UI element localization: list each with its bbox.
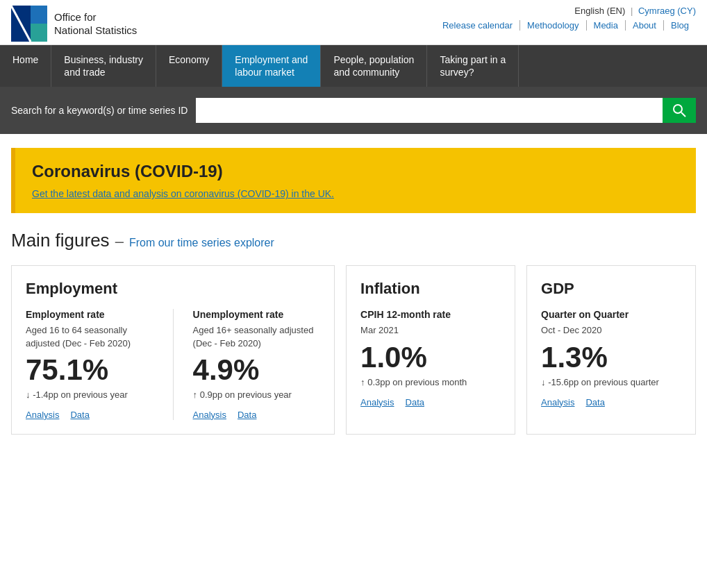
unemployment-rate-links: Analysis Data — [193, 410, 321, 420]
svg-marker-3 — [31, 24, 47, 42]
gdp-stat-block: Quarter on Quarter Oct - Dec 2020 1.3% ↓… — [541, 309, 681, 407]
inflation-stat-block: CPIH 12-month rate Mar 2021 1.0% ↑ 0.3pp… — [360, 309, 501, 407]
nav-methodology[interactable]: Methodology — [520, 20, 586, 31]
svg-marker-2 — [31, 6, 47, 24]
search-button[interactable] — [663, 98, 696, 123]
lang-bar: English (EN) | Cymraeg (CY) — [435, 6, 696, 16]
gdp-card: GDP Quarter on Quarter Oct - Dec 2020 1.… — [526, 265, 696, 435]
search-input-wrap — [196, 98, 696, 123]
lang-en: English (EN) — [574, 6, 625, 16]
nav-employment[interactable]: Employment and labour market — [222, 45, 321, 87]
unemployment-rate-label: Unemployment rate — [193, 309, 321, 320]
nav-blog[interactable]: Blog — [664, 20, 696, 31]
employment-rate-arrow: ↓ — [26, 389, 31, 400]
top-bar: Office for National Statistics English (… — [0, 0, 707, 45]
logo-area: Office for National Statistics — [11, 6, 137, 42]
covid-title: Coronavirus (COVID-19) — [32, 162, 679, 181]
heading-dash: – — [115, 233, 124, 251]
employment-card: Employment Employment rate Aged 16 to 64… — [11, 265, 335, 435]
nav-survey[interactable]: Taking part in a survey? — [427, 45, 519, 87]
card-divider — [173, 309, 174, 420]
inflation-analysis-link[interactable]: Analysis — [360, 397, 394, 408]
unemployment-rate-sub: Aged 16+ seasonally adjusted (Dec - Feb … — [193, 324, 321, 349]
employment-rate-label: Employment rate — [26, 309, 153, 320]
inflation-data-link[interactable]: Data — [406, 397, 424, 408]
nav-release-calendar[interactable]: Release calendar — [435, 20, 520, 31]
main-figures-title: Main figures — [11, 230, 110, 251]
employment-rate-value: 75.1% — [26, 355, 153, 385]
svg-point-5 — [674, 105, 682, 113]
main-figures-heading: Main figures – From our time series expl… — [11, 230, 696, 251]
gdp-rate-value: 1.3% — [541, 343, 681, 372]
search-input[interactable] — [196, 98, 663, 123]
employment-card-title: Employment — [26, 280, 320, 298]
header-nav-links: Release calendar Methodology Media About… — [435, 20, 696, 31]
top-right: English (EN) | Cymraeg (CY) Release cale… — [435, 6, 696, 31]
nav-economy[interactable]: Economy — [156, 45, 222, 87]
nav-people[interactable]: People, population and community — [321, 45, 427, 87]
gdp-card-title: GDP — [541, 280, 681, 298]
gdp-analysis-link[interactable]: Analysis — [541, 397, 574, 408]
employment-rate-block: Employment rate Aged 16 to 64 seasonally… — [26, 309, 153, 420]
time-series-link[interactable]: From our time series explorer — [129, 237, 274, 249]
gdp-rate-sub: Oct - Dec 2020 — [541, 324, 681, 337]
cards-row: Employment Employment rate Aged 16 to 64… — [11, 265, 696, 435]
employment-rate-sub: Aged 16 to 64 seasonally adjusted (Dec -… — [26, 324, 153, 349]
unemployment-rate-block: Unemployment rate Aged 16+ seasonally ad… — [193, 309, 321, 420]
unemployment-rate-change-text: 0.9pp on previous year — [200, 389, 292, 400]
unemployment-rate-value: 4.9% — [193, 355, 321, 385]
employment-rate-change: ↓ -1.4pp on previous year — [26, 389, 153, 401]
nav-about[interactable]: About — [626, 20, 664, 31]
lang-separator: | — [631, 6, 633, 16]
logo-text: Office for National Statistics — [54, 10, 137, 37]
ons-logo-icon — [11, 6, 47, 42]
gdp-rate-change-text: -15.6pp on previous quarter — [548, 377, 659, 387]
inflation-rate-sub: Mar 2021 — [360, 324, 501, 337]
inflation-rate-value: 1.0% — [360, 343, 501, 372]
gdp-data-link[interactable]: Data — [585, 397, 604, 408]
main-nav: Home Business, industry and trade Econom… — [0, 45, 707, 87]
employment-rate-links: Analysis Data — [26, 410, 153, 420]
inflation-card: Inflation CPIH 12-month rate Mar 2021 1.… — [346, 265, 515, 435]
employment-rate-analysis-link[interactable]: Analysis — [26, 410, 59, 420]
gdp-rate-label: Quarter on Quarter — [541, 309, 681, 320]
gdp-rate-change: ↓ -15.6pp on previous quarter — [541, 376, 681, 389]
inflation-rate-arrow: ↑ — [360, 377, 365, 387]
covid-link[interactable]: Get the latest data and analysis on coro… — [32, 188, 334, 199]
inflation-rate-label: CPIH 12-month rate — [360, 309, 501, 320]
svg-line-6 — [681, 112, 685, 117]
employment-card-inner: Employment rate Aged 16 to 64 seasonally… — [26, 309, 320, 420]
unemployment-rate-analysis-link[interactable]: Analysis — [193, 410, 226, 420]
gdp-rate-arrow: ↓ — [541, 377, 546, 387]
gdp-rate-links: Analysis Data — [541, 397, 681, 408]
nav-media[interactable]: Media — [587, 20, 626, 31]
employment-rate-change-text: -1.4pp on previous year — [33, 389, 128, 400]
nav-business[interactable]: Business, industry and trade — [51, 45, 156, 87]
search-label: Search for a keyword(s) or time series I… — [11, 105, 188, 116]
inflation-rate-change-text: 0.3pp on previous month — [367, 377, 467, 387]
inflation-card-title: Inflation — [360, 280, 501, 298]
inflation-rate-change: ↑ 0.3pp on previous month — [360, 376, 501, 389]
search-bar: Search for a keyword(s) or time series I… — [0, 87, 707, 134]
lang-cy-link[interactable]: Cymraeg (CY) — [638, 6, 696, 16]
main-figures-section: Main figures – From our time series expl… — [0, 213, 707, 435]
nav-home[interactable]: Home — [0, 45, 51, 87]
unemployment-rate-data-link[interactable]: Data — [238, 410, 256, 420]
unemployment-rate-change: ↑ 0.9pp on previous year — [193, 389, 321, 401]
covid-banner: Coronavirus (COVID-19) Get the latest da… — [11, 148, 696, 213]
search-icon — [672, 103, 686, 117]
unemployment-rate-arrow: ↑ — [193, 389, 198, 400]
inflation-rate-links: Analysis Data — [360, 397, 501, 408]
employment-rate-data-link[interactable]: Data — [70, 410, 89, 420]
